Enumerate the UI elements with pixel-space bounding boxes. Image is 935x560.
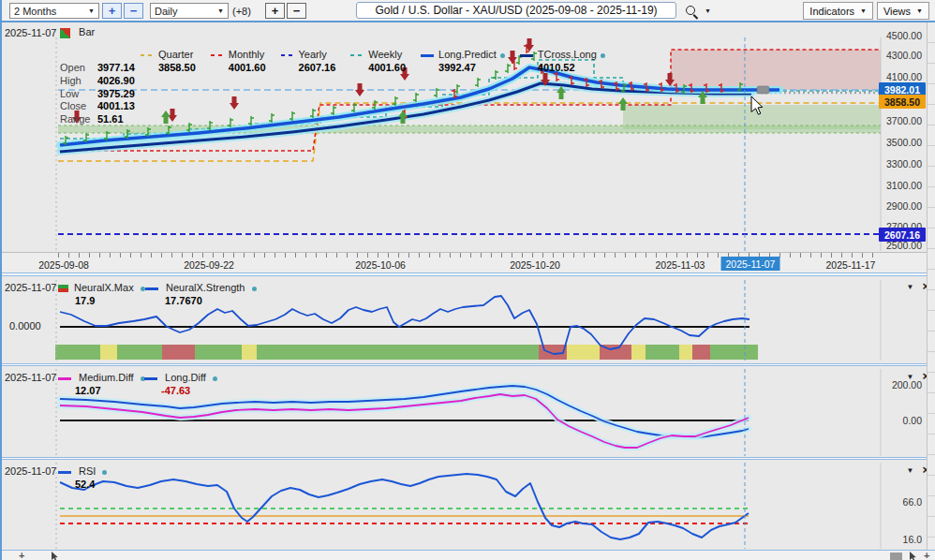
interval-select[interactable]: Daily ▼ [150,3,229,19]
neuralx-strength-value: 17.7670 [165,295,202,306]
pointer-tool-icon[interactable] [51,552,58,560]
low-value: 3975.29 [97,88,135,99]
legend-item-label: Weekly [368,49,402,60]
close-label: Close [60,100,97,113]
chevron-down-icon: ▼ [88,7,95,14]
low-label: Low [60,88,97,101]
neuralx-strength-line-icon [145,287,158,290]
axis-label: 2025-11-17 [826,259,876,271]
main-legend-date: 2025-11-07 [5,27,56,38]
legend-item-label: Monthly [229,49,265,60]
axis-label: 2025-09-22 [184,259,234,271]
main-chart-panel: 2025-11-07 Bar Open3977.14 High4026.90 L… [2,22,935,252]
high-value: 4026.90 [97,75,135,86]
pointer-tool-icon[interactable] [909,552,916,560]
bars-count-label: (+8) [232,6,251,17]
indicator-legend: Quarter3858.50Monthly4001.60Yearly2607.1… [141,48,605,74]
legend-item-weekly[interactable]: Weekly4001.60 [350,48,406,74]
rsi-panel: 2025-11-07 RSI 52.4 ▼ × [2,460,935,550]
axis-label: 2025-10-20 [510,259,560,271]
rsi-legend[interactable]: RSI [58,465,107,477]
range-select[interactable]: 2 Months ▼ [9,3,99,19]
neuralx-date: 2025-11-07 [5,282,56,293]
medium-diff-legend[interactable]: Medium.Diff [58,372,145,383]
scrollbar[interactable] [927,22,935,560]
chevron-down-icon: ▼ [860,7,867,14]
long-diff-line-icon [144,377,157,380]
legend-item-value: 4010.52 [538,61,605,74]
dashed-line-icon [281,54,294,56]
bottom-statusbar: + + [2,550,935,560]
collapse-icon[interactable]: ▼ [906,283,913,291]
legend-item-label: TCross.Long [538,49,597,60]
neuralx-max-icon [58,285,68,292]
solid-line-icon [421,54,434,57]
legend-item-tcross-long[interactable]: TCross.Long4010.52 [520,48,605,74]
bar-series-label: Bar [79,26,95,37]
axis-label: 2025-10-06 [355,259,406,271]
medium-diff-value: 12.07 [75,385,101,396]
indicator-dot-icon [213,376,217,381]
add-tool-icon[interactable]: + [19,552,24,560]
zoom-plus-icon[interactable]: + [924,552,929,560]
open-value: 3977.14 [97,62,135,73]
zoom-out-button[interactable]: − [124,3,143,19]
solid-line-icon [520,54,533,57]
legend-item-long-predict[interactable]: Long.Predict3992.47 [421,48,505,74]
legend-item-value: 3858.50 [158,61,196,74]
indicator-dot-icon [252,287,257,291]
legend-item-value: 4001.60 [368,61,406,74]
rsi-chart[interactable] [2,460,935,550]
high-label: High [60,75,97,88]
range-select-value: 2 Months [14,6,56,17]
remove-bars-button[interactable]: − [287,3,306,19]
views-menu-button[interactable]: Views ▼ [877,2,929,20]
indicator-dot-icon [141,287,145,291]
collapse-icon[interactable]: ▼ [906,466,913,475]
legend-item-value: 4001.60 [229,61,266,74]
range-value: 51.61 [97,113,124,125]
neuralx-panel: 2025-11-07 NeuralX.Max 17.9 NeuralX.Stre… [2,276,935,363]
neuralx-max-legend[interactable]: NeuralX.Max [58,282,145,293]
open-label: Open [60,62,97,75]
range-label: Range [60,113,97,126]
chevron-down-icon: ▼ [916,7,923,14]
close-value: 4001.13 [97,100,135,111]
search-icon[interactable] [686,6,695,15]
axis-label: 2025-11-03 [656,259,705,271]
axis-label: 2025-09-08 [38,259,89,271]
symbol-title[interactable]: Gold / U.S. Dollar - XAU/USD (2025-09-08… [356,2,676,19]
indicators-menu-button[interactable]: Indicators ▼ [803,2,873,20]
neuralx-strength-legend[interactable]: NeuralX.Strength [145,282,257,293]
zoom-in-button[interactable]: + [102,3,122,19]
legend-item-yearly[interactable]: Yearly2607.16 [281,48,336,74]
ohlc-readout: Open3977.14 High4026.90 Low3975.29 Close… [60,62,135,126]
long-diff-legend[interactable]: Long.Diff [144,372,217,383]
zero-axis-label: 0.0000 [9,320,41,332]
medium-diff-line-icon [58,377,71,380]
chevron-down-icon: ▼ [217,7,224,14]
legend-item-label: Long.Predict [438,49,497,60]
add-bars-button[interactable]: + [265,3,285,19]
current-date-badge: 2025-11-07 [721,257,780,271]
legend-item-monthly[interactable]: Monthly4001.60 [211,48,266,74]
collapse-icon[interactable]: ▼ [906,373,913,381]
search-dropdown-icon[interactable]: ▼ [705,7,711,14]
legend-item-quarter[interactable]: Quarter3858.50 [141,48,196,74]
legend-item-label: Yearly [299,49,327,60]
legend-item-value: 3992.47 [438,61,505,74]
indicator-dot-icon [601,53,605,58]
toolbar: 2 Months ▼ + − Daily ▼ (+8) + − Gold / U… [2,0,935,22]
dashed-line-icon [350,54,364,56]
bar-series-legend[interactable]: Bar [60,26,95,38]
rsi-value: 52.4 [75,479,95,490]
long-diff-value: -47.63 [161,385,190,396]
diff-panel: 2025-11-07 Medium.Diff 12.07 Long.Diff -… [2,366,935,457]
dashed-line-icon [141,54,154,56]
indicator-dot-icon [500,53,505,58]
scroll-thumb[interactable] [890,553,902,560]
dashed-line-icon [211,54,224,56]
bar-chart-icon [60,28,70,38]
diff-date: 2025-11-07 [5,372,56,383]
rsi-date: 2025-11-07 [5,465,56,477]
